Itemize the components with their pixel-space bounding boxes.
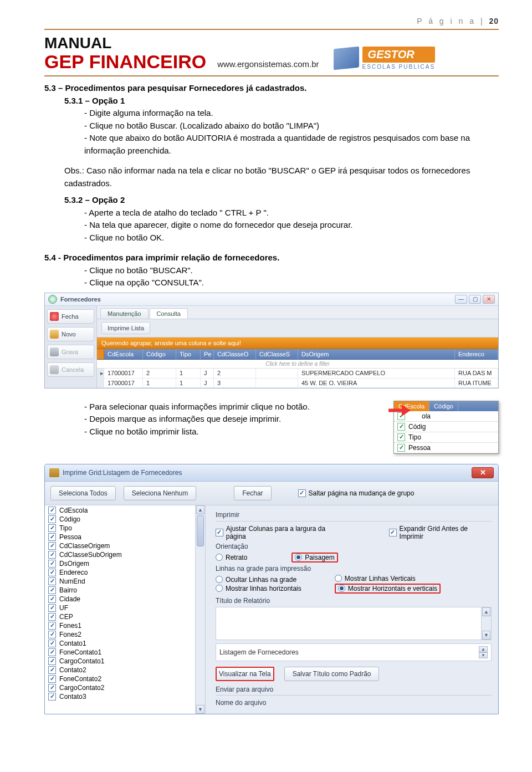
sidebar-novo-button[interactable]: Novo [47, 327, 94, 341]
table-row[interactable]: ▸ 17000017 2 1 J 2 SUPERMERCADO CAMPELO … [97, 369, 498, 379]
field-option[interactable]: ✓Bairro [45, 586, 205, 595]
table-row[interactable]: 17000017 1 1 J 3 45 W. DE O. VIEIRA RUA … [97, 379, 498, 388]
step-5-3-1-b: - Clique no botão Buscar. (Localizado ab… [44, 120, 499, 132]
mostrar-horizontais-radio[interactable]: Mostrar linhas horizontais [216, 585, 301, 592]
visualizar-button[interactable]: Visualizar na Tela [216, 667, 274, 681]
field-option[interactable]: ✓UF [45, 604, 205, 612]
group-hint-bar[interactable]: Querendo agrupar, arraste uma coluna e s… [97, 338, 498, 349]
select-all-button[interactable]: Seleciona Todos [50, 486, 116, 500]
scroll-down-button[interactable]: ▼ [482, 631, 490, 640]
close-button[interactable]: ✕ [472, 467, 494, 478]
sidebar-cancela-button[interactable]: Cancela [47, 362, 94, 377]
column-option-ola[interactable]: ✓xxxola [394, 411, 498, 422]
column-option-label: Tipo [408, 433, 421, 441]
retrato-label: Retrato [226, 554, 247, 561]
scrollbar[interactable]: ▲ ▼ [195, 505, 205, 714]
column-chooser-button[interactable] [97, 349, 104, 359]
scroll-up-button[interactable]: ▲ [196, 505, 204, 514]
product-name: GEP FINANCEIRO [44, 52, 206, 71]
field-option[interactable]: ✓CdClasseSubOrigem [45, 550, 205, 559]
imprime-lista-button[interactable]: Imprime Lista [101, 322, 150, 334]
spin-buttons[interactable]: ▲▼ [479, 646, 488, 658]
heading-5-3-1: 5.3.1 – Opção 1 [44, 95, 499, 108]
grid-filter-row[interactable]: Click here to define a filter [97, 360, 498, 369]
paisagem-radio[interactable]: Paisagem [295, 554, 334, 561]
print-dialog-title: Imprime Grid:Listagem de Fornecedores [63, 469, 182, 477]
titulo-textarea[interactable]: ▲ ▼ [216, 607, 492, 640]
field-option[interactable]: ✓Contato3 [45, 692, 205, 701]
scroll-down-button[interactable]: ▼ [196, 705, 204, 714]
field-option[interactable]: ✓NumEnd [45, 577, 205, 586]
mostrar-hv-radio[interactable]: Mostrar Horizontais e verticais [338, 585, 437, 592]
field-option[interactable]: ✓CargoContato2 [45, 683, 205, 692]
maximize-button[interactable]: ▢ [469, 295, 481, 304]
field-option[interactable]: ✓Cidade [45, 595, 205, 604]
col-dsorigen[interactable]: DsOrigem [298, 349, 455, 359]
field-list: ✓CdEscola✓Código✓Tipo✓Pessoa✓CdClasseOri… [45, 505, 206, 714]
sel-step-b: - Depois marque as informações que desej… [44, 413, 382, 426]
fechar-button[interactable]: Fechar [234, 486, 271, 500]
column-option-pessoa[interactable]: ✓Pessoa [394, 443, 498, 453]
col-cdclasses[interactable]: CdClasseS [256, 349, 298, 359]
field-option[interactable]: ✓CdClasseOrigem [45, 541, 205, 550]
page-number: 20 [489, 17, 499, 25]
field-option[interactable]: ✓Contato1 [45, 639, 205, 648]
scrollbar[interactable]: ▲ ▼ [481, 607, 491, 640]
checkbox-icon: ✓ [48, 551, 56, 559]
field-option[interactable]: ✓Fones2 [45, 630, 205, 639]
salvar-titulo-button[interactable]: Salvar Título como Padrão [284, 667, 380, 681]
scroll-up-button[interactable]: ▲ [482, 607, 490, 616]
field-option[interactable]: ✓FoneContato1 [45, 648, 205, 657]
step-5-3-2-c: - Clique no botão OK. [44, 232, 499, 244]
heading-5-3-2: 5.3.2 – Opção 2 [44, 194, 499, 207]
scroll-thumb[interactable] [197, 515, 204, 546]
column-option-tipo[interactable]: ✓Tipo [394, 432, 498, 443]
minimize-button[interactable]: — [455, 295, 467, 304]
radio-icon [335, 575, 342, 582]
field-option[interactable]: ✓FoneContato2 [45, 674, 205, 683]
col-codigo[interactable]: Código [143, 349, 176, 359]
column-option-codigo[interactable]: ✓Códig [394, 422, 498, 432]
select-none-button[interactable]: Seleciona Nenhum [124, 486, 196, 500]
field-option[interactable]: ✓Contato2 [45, 666, 205, 674]
field-option[interactable]: ✓CargoContato1 [45, 657, 205, 666]
cell-dso: 45 W. DE O. VIEIRA [298, 379, 455, 387]
field-option[interactable]: ✓Fones1 [45, 621, 205, 630]
col-pe[interactable]: Pe [201, 349, 214, 359]
paisagem-label: Paisagem [305, 554, 334, 561]
field-option[interactable]: ✓CdEscola [45, 506, 205, 515]
checkbox-icon: ✓ [48, 560, 56, 568]
retrato-radio[interactable]: Retrato [216, 554, 247, 561]
col-endereco[interactable]: Endereco [455, 349, 498, 359]
step-5-3-2-a: - Aperte a tecla de atalho do teclado " … [44, 207, 499, 219]
checkbox-icon: ✓ [48, 631, 56, 638]
col-tipo[interactable]: Tipo [176, 349, 201, 359]
col-head-codigo[interactable]: Código [429, 401, 458, 411]
field-option-label: CargoContato2 [59, 684, 104, 692]
ajustar-colunas-label: Ajustar Colunas para a largura da página [226, 525, 345, 540]
mostrar-verticais-radio[interactable]: Mostrar Linhas Verticais [335, 575, 441, 582]
tab-manutencao[interactable]: Manutenção [100, 308, 149, 319]
field-option[interactable]: ✓Endereco [45, 568, 205, 577]
toolbar: Imprime Lista [97, 319, 498, 338]
checkbox-icon: ✓ [48, 569, 56, 576]
sidebar-fecha-button[interactable]: Fecha [47, 309, 94, 324]
sidebar-grava-button[interactable]: Grava [47, 345, 94, 359]
ocultar-linhas-radio[interactable]: Ocultar Linhas na grade [216, 576, 301, 584]
field-option[interactable]: ✓Tipo [45, 524, 205, 533]
titulo-input[interactable]: Listagem de Fornecedores ▲▼ [216, 643, 492, 661]
field-option[interactable]: ✓Pessoa [45, 533, 205, 541]
col-cdclasseo[interactable]: CdClasseO [214, 349, 256, 359]
field-option[interactable]: ✓CEP [45, 612, 205, 621]
expandir-grid-checkbox[interactable]: ✓Expandir Grid Antes de Imprimir [389, 525, 492, 540]
tab-consulta[interactable]: Consulta [150, 308, 188, 319]
col-cdescola[interactable]: CdEscola [104, 349, 143, 359]
close-button[interactable]: ✕ [483, 295, 495, 304]
field-option[interactable]: ✓DsOrigem [45, 559, 205, 568]
field-option-label: Contato1 [59, 640, 86, 647]
saltar-pagina-checkbox[interactable]: ✓ Saltar página na mudança de grupo [298, 489, 415, 497]
checkbox-icon: ✓ [48, 604, 56, 612]
ajustar-colunas-checkbox[interactable]: ✓Ajustar Colunas para a largura da págin… [216, 525, 345, 540]
cell-cdcs [256, 369, 298, 378]
field-option[interactable]: ✓Código [45, 515, 205, 524]
